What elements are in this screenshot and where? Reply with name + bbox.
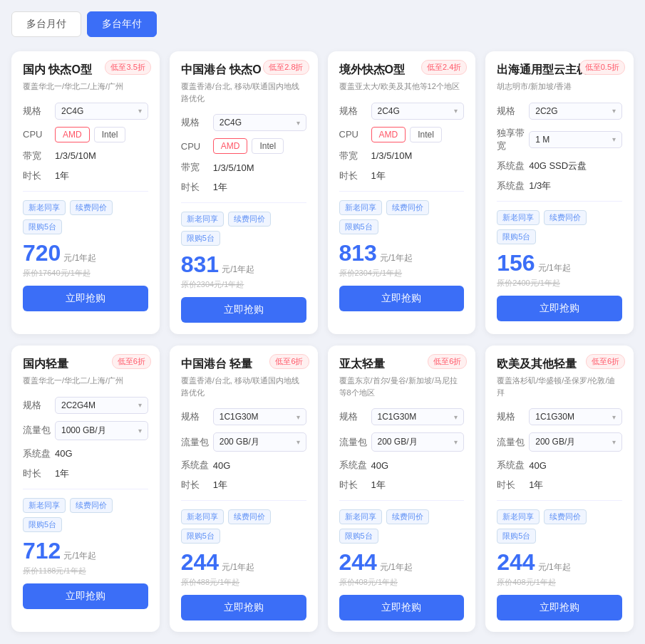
bandwidth-label: 独享带宽 — [497, 127, 529, 152]
buy-button[interactable]: 立即抢购 — [181, 595, 306, 620]
spec-select[interactable]: 2C4G ▾ — [213, 114, 306, 131]
tag: 限购5台 — [23, 219, 62, 234]
duration-row: 时长 1年 — [23, 467, 148, 480]
cpu-btn-amd[interactable]: AMD — [55, 127, 90, 142]
spec-row: 规格 2C2G4M ▾ — [23, 397, 148, 414]
spec-select[interactable]: 2C4G ▾ — [371, 103, 465, 120]
spec-row: 规格 2C4G ▾ — [181, 114, 306, 131]
cpu-label: CPU — [181, 141, 213, 152]
buy-button[interactable]: 立即抢购 — [339, 595, 465, 620]
flow-select[interactable]: 200 GB/月 ▾ — [371, 432, 465, 452]
flow-select[interactable]: 200 GB/月 ▾ — [213, 432, 306, 452]
cpu-buttons: AMDIntel — [213, 138, 284, 154]
disk-value: 40G — [371, 460, 389, 471]
duration-row: 时长 1年 — [181, 479, 306, 492]
price-line: 244 元/1年起 — [181, 549, 306, 576]
duration-value: 1年 — [213, 479, 227, 492]
card-row2-1: 低至6折 中国港台 轻量 覆盖香港/台北, 移动/联通国内地线路优化 规格 1C… — [170, 346, 318, 632]
price-original: 原价408元/1年起 — [497, 577, 622, 588]
tag: 续费同价 — [544, 210, 587, 225]
buy-button[interactable]: 立即抢购 — [497, 595, 622, 620]
cpu-btn-intel[interactable]: Intel — [410, 127, 442, 142]
card-badge: 低至6折 — [112, 354, 151, 369]
tag: 限购5台 — [497, 529, 536, 544]
price-line: 244 元/1年起 — [339, 549, 465, 576]
tag: 限购5台 — [339, 219, 378, 234]
price-main: 156 — [497, 250, 535, 276]
cpu-row: CPU AMDIntel — [23, 127, 148, 142]
cpu-btn-intel[interactable]: Intel — [252, 138, 284, 154]
flow-select[interactable]: 200 GB/月 ▾ — [529, 432, 622, 452]
price-unit: 元/1年起 — [380, 561, 413, 573]
spec-label: 规格 — [339, 105, 371, 118]
divider — [339, 500, 465, 501]
tab-monthly[interactable]: 多台月付 — [11, 11, 81, 37]
price-unit: 元/1年起 — [538, 262, 571, 274]
duration-value: 1年 — [55, 467, 69, 480]
price-original: 原价17640元/1年起 — [23, 268, 148, 279]
duration-label: 时长 — [497, 479, 529, 492]
card-row2-3: 低至6折 欧美及其他轻量 覆盖洛杉矶/华盛顿/圣保罗/伦敦/迪拜 规格 1C1G… — [485, 346, 634, 632]
flow-label: 流量包 — [23, 424, 55, 437]
card-subtitle: 胡志明市/新加坡/香港 — [497, 80, 622, 93]
card-row1-1: 低至2.8折 中国港台 快杰O 覆盖香港/台北, 移动/联通国内地线路优化 规格… — [170, 51, 318, 334]
card-badge: 低至6折 — [428, 354, 467, 369]
buy-button[interactable]: 立即抢购 — [339, 286, 465, 311]
cpu-btn-amd[interactable]: AMD — [371, 127, 406, 142]
price-original: 原价408元/1年起 — [339, 577, 465, 588]
spec-row: 规格 2C2G ▾ — [497, 103, 622, 120]
spec-select[interactable]: 1C1G30M ▾ — [371, 408, 465, 425]
disk-value: 40G — [55, 448, 73, 459]
duration-row: 时长 1年 — [181, 181, 306, 194]
price-line: 244 元/1年起 — [497, 549, 622, 576]
cpu-btn-amd[interactable]: AMD — [213, 138, 248, 154]
spec-select[interactable]: 2C4G ▾ — [55, 103, 148, 120]
duration-row: 时长 1年 — [23, 170, 148, 182]
spec-select[interactable]: 1C1G30M ▾ — [529, 408, 622, 425]
cpu-label: CPU — [23, 129, 55, 140]
disk-label: 系统盘 — [497, 459, 529, 472]
cpu-buttons: AMDIntel — [55, 127, 125, 142]
spec-select[interactable]: 1C1G30M ▾ — [213, 408, 306, 425]
divider — [497, 500, 622, 501]
tag: 新老同享 — [23, 498, 66, 513]
tag: 新老同享 — [497, 210, 540, 225]
buy-button[interactable]: 立即抢购 — [181, 297, 306, 323]
price-unit: 元/1年起 — [222, 264, 254, 276]
cpu-btn-intel[interactable]: Intel — [94, 127, 126, 142]
price-unit: 元/1年起 — [63, 252, 96, 264]
disk-label: 系统盘 — [23, 447, 55, 460]
row2-grid: 低至6折 国内轻量 覆盖华北一/华北二/上海/广州 规格 2C2G4M ▾ 流量… — [11, 346, 634, 632]
spec-label: 规格 — [497, 105, 529, 118]
card-row1-2: 低至2.4折 境外快杰O型 覆盖亚太大/欧美及其他等12个地区 规格 2C4G … — [328, 51, 476, 334]
bandwidth-select[interactable]: 1 M ▾ — [529, 131, 622, 148]
bw-label: 带宽 — [339, 150, 371, 162]
price-original: 原价2400元/1年起 — [497, 278, 622, 289]
card-subtitle: 覆盖香港/台北, 移动/联通国内地线路优化 — [181, 375, 306, 398]
price-original: 原价488元/1年起 — [181, 577, 306, 588]
card-subtitle: 覆盖洛杉矶/华盛顿/圣保罗/伦敦/迪拜 — [497, 375, 622, 398]
flow-label: 流量包 — [339, 436, 371, 449]
spec-label: 规格 — [181, 116, 213, 129]
disk-value: 40G — [529, 460, 547, 471]
divider — [181, 202, 306, 203]
price-line: 813 元/1年起 — [339, 240, 465, 266]
disk-row: 系统盘 40G — [339, 459, 465, 472]
spec-select[interactable]: 2C2G4M ▾ — [55, 397, 148, 414]
card-badge: 低至6折 — [269, 354, 309, 369]
duration-value: 1年 — [529, 479, 543, 492]
duration-label: 时长 — [181, 479, 213, 492]
card-badge: 低至0.5折 — [579, 60, 625, 75]
buy-button[interactable]: 立即抢购 — [23, 286, 148, 311]
cpu-label: CPU — [339, 129, 371, 140]
buy-button[interactable]: 立即抢购 — [23, 583, 148, 609]
bw-value: 1/3/5/10M — [55, 150, 96, 161]
price-main: 720 — [23, 240, 61, 266]
flow-select[interactable]: 1000 GB/月 ▾ — [55, 421, 148, 440]
tags: 新老同享续费同价限购5台 — [181, 509, 306, 544]
tab-yearly[interactable]: 多台年付 — [87, 11, 157, 37]
flow-label: 流量包 — [497, 436, 529, 449]
disk-value: 40G SSD云盘 — [529, 160, 587, 172]
spec-select[interactable]: 2C2G ▾ — [529, 103, 622, 120]
buy-button[interactable]: 立即抢购 — [497, 296, 622, 321]
